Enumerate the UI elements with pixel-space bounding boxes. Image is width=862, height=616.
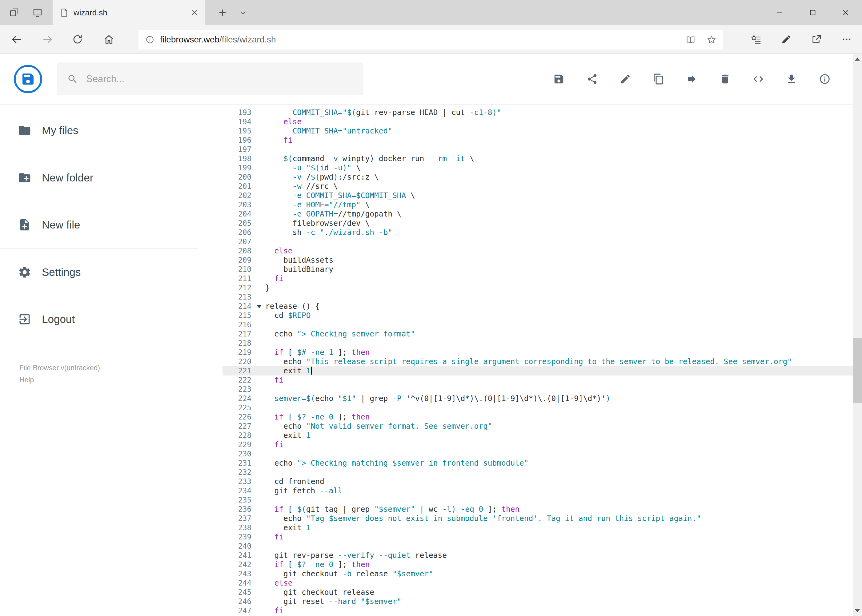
tab-close-icon[interactable] [191,9,199,17]
code-line[interactable]: 240 [222,542,853,551]
share-page-button[interactable] [811,34,822,45]
more-options-button[interactable] [842,34,852,45]
code-line[interactable]: 203 -e HOME="//tmp" \ [222,200,853,209]
code-line[interactable]: 217 echo "> Checking semver format" [222,329,853,339]
code-line[interactable]: 225 [222,403,853,412]
share-button[interactable] [586,73,598,85]
code-line[interactable]: 241 git rev-parse --verify --quiet relea… [222,551,853,560]
code-line[interactable]: 235 [222,495,853,504]
code-line[interactable]: 206 sh -c "./wizard.sh -b" [222,228,853,237]
info-button[interactable] [819,73,830,85]
app-logo[interactable] [14,65,42,93]
reading-view-button[interactable] [686,35,695,45]
code-line[interactable]: 207 [222,237,853,246]
code-line[interactable]: 199 -u "$(id -u)" \ [222,163,853,173]
code-line[interactable]: 202 -e COMMIT_SHA=$COMMIT_SHA \ [222,191,853,200]
code-line[interactable]: 196 fi [222,136,853,145]
code-line[interactable]: 245 git checkout release [222,588,853,597]
code-line[interactable]: 227 echo "Not valid semver format. See s… [222,422,853,431]
code-line[interactable]: 210 buildBinary [222,265,853,274]
code-line[interactable]: 229 fi [222,440,853,449]
close-button[interactable] [829,0,862,25]
sidebar-item-my-files[interactable]: My files [0,107,222,154]
code-line[interactable]: 237 echo "Tag $semver does not exist in … [222,514,853,523]
code-line[interactable]: 204 -e GOPATH=//tmp/gopath \ [222,209,853,218]
code-line[interactable]: 194 else [222,117,853,126]
code-line[interactable]: 198 $(command -v winpty) docker run --rm… [222,154,853,163]
code-line[interactable]: 200 -v /$(pwd):/src:z \ [222,173,853,182]
forward-button[interactable] [37,25,58,53]
code-line[interactable]: 219 if [ $# -ne 1 ]; then [222,348,853,357]
code-line[interactable]: 195 COMMIT_SHA="untracked" [222,126,853,136]
download-button[interactable] [786,73,797,85]
code-line[interactable]: 211 fi [222,274,853,283]
code-line[interactable]: 239 fi [222,532,853,542]
refresh-button[interactable] [67,25,88,53]
fold-marker-icon[interactable] [257,305,262,308]
code-line[interactable]: 214release () { [222,302,853,311]
favorite-star-button[interactable] [707,35,717,45]
page-scrollbar[interactable] [853,54,862,616]
tab-preview-button[interactable] [29,0,46,25]
web-note-pen-button[interactable] [781,34,791,45]
code-line[interactable]: 197 [222,145,853,154]
code-line[interactable]: 231 echo "> Checking matching $semver in… [222,459,853,468]
tab-list-chevron-button[interactable] [235,0,252,25]
scroll-thumb[interactable] [853,338,862,403]
code-line[interactable]: 223 [222,385,853,394]
address-bar[interactable]: filebrowser.web/files/wizard.sh [139,30,723,50]
code-line[interactable]: 228 exit 1 [222,431,853,440]
new-tab-button[interactable] [213,0,232,25]
code-line[interactable]: 212} [222,283,853,292]
code-line[interactable]: 218 [222,339,853,348]
code-line[interactable]: 222 fi [222,376,853,385]
code-line[interactable]: 236 if [ $(git tag | grep "$semver" | wc… [222,504,853,514]
browser-tab[interactable]: wizard.sh [53,0,205,25]
back-button[interactable] [6,25,27,53]
search-input[interactable] [86,74,353,85]
code-line[interactable]: 243 git checkout -b release "$semver" [222,569,853,578]
code-line[interactable]: 242 if [ $? -ne 0 ]; then [222,560,853,569]
code-line[interactable]: 234 git fetch --all [222,486,853,495]
code-line[interactable]: 238 exit 1 [222,523,853,532]
code-line[interactable]: 230 [222,449,853,459]
code-line[interactable]: 233 cd frontend [222,477,853,486]
code-line[interactable]: 208 else [222,246,853,256]
code-line[interactable]: 244 else [222,578,853,588]
code-line[interactable]: 220 echo "This release script requires a… [222,357,853,366]
search-box[interactable] [57,63,363,95]
code-line[interactable]: 209 buildAssets [222,256,853,265]
code-line[interactable]: 232 [222,468,853,477]
sidebar-item-settings[interactable]: Settings [0,248,222,295]
code-line[interactable]: 226 if [ $? -ne 0 ]; then [222,412,853,422]
code-view-button[interactable] [752,73,764,85]
code-line[interactable]: 246 git reset --hard "$semver" [222,597,853,606]
code-line[interactable]: 201 -w //src \ [222,182,853,191]
code-line[interactable]: 224 semver=$(echo "$1" | grep -P '^v(0|[… [222,394,853,403]
rename-button[interactable] [619,73,631,85]
code-line[interactable]: 193 COMMIT_SHA="$(git rev-parse HEAD | c… [222,108,853,117]
code-line[interactable]: 216 [222,320,853,329]
code-line[interactable]: 221 exit 1 [222,366,853,376]
home-button[interactable] [98,25,120,53]
move-button[interactable] [686,73,698,85]
sidebar-item-new-file[interactable]: New file [0,201,222,248]
sidebar-item-logout[interactable]: Logout [0,295,222,343]
code-line[interactable]: 205 filebrowser/dev \ [222,218,853,228]
maximize-button[interactable] [796,0,829,25]
minimize-button[interactable] [763,0,796,25]
code-line[interactable]: 213 [222,292,853,302]
save-button[interactable] [553,73,565,85]
scroll-up-button[interactable] [853,54,862,64]
set-tabs-aside-button[interactable] [6,0,23,25]
site-info-icon[interactable] [145,35,154,44]
sidebar-item-new-folder[interactable]: New folder [0,154,222,201]
scroll-down-button[interactable] [853,605,862,616]
copy-button[interactable] [653,73,664,85]
code-line[interactable]: 215 cd $REPO [222,311,853,320]
code-editor[interactable]: 193 COMMIT_SHA="$(git rev-parse HEAD | c… [222,104,853,616]
code-line[interactable]: 247 fi [222,606,853,615]
help-link[interactable]: Help [19,374,100,386]
hub-button[interactable] [751,34,761,45]
delete-button[interactable] [719,73,731,85]
